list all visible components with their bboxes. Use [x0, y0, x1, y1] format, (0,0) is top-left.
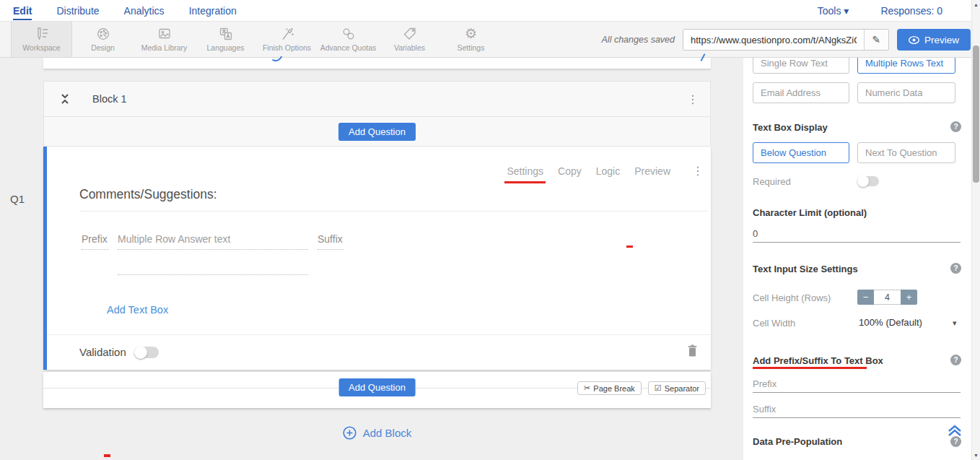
add-question-strip-bottom: Add Question ✂ Page Break ☑ Separator [43, 372, 711, 408]
survey-url-group: ✎ [683, 29, 889, 51]
cell-height-value[interactable] [874, 290, 901, 305]
cell-width-label: Cell Width [753, 318, 795, 329]
palette-icon [95, 27, 111, 41]
required-toggle[interactable] [857, 176, 879, 186]
top-nav: Edit Distribute Analytics Integration To… [0, 0, 980, 22]
plus-circle-icon [343, 426, 356, 440]
page-break-button[interactable]: ✂ Page Break [577, 381, 642, 395]
toolbar-item-workspace[interactable]: Workspace [11, 22, 72, 57]
prefix-suffix-title: Add Prefix/Suffix To Text Box [753, 355, 883, 366]
question-id-label: Q1 [10, 193, 25, 205]
survey-url-input[interactable] [683, 30, 864, 50]
add-text-box-link[interactable]: Add Text Box [107, 304, 168, 316]
cell-height-stepper: − + [857, 290, 917, 305]
prefix-input[interactable] [753, 376, 961, 393]
settings-sidebar: Single Row Text Multiple Rows Text Email… [743, 58, 971, 460]
help-icon[interactable]: ? [950, 436, 961, 447]
prefix-field[interactable]: Prefix [82, 233, 109, 250]
caret-down-icon[interactable]: ▾ [953, 318, 957, 328]
nav-tab-distribute[interactable]: Distribute [56, 5, 99, 17]
type-multiple-rows-text[interactable]: Multiple Rows Text [857, 58, 955, 74]
checkbox-icon: ☑ [655, 383, 662, 393]
questionpro-editor: Edit Distribute Analytics Integration To… [0, 0, 980, 460]
preview-button[interactable]: Preview [897, 29, 971, 51]
block-header: Block 1 ⋮ [43, 81, 711, 117]
suffix-field[interactable]: Suffix [318, 233, 344, 250]
scrollbar-up-arrow[interactable]: ▲ [972, 2, 980, 7]
divider [79, 211, 707, 212]
add-question-button-bottom[interactable]: Add Question [338, 378, 416, 396]
scrollbar-down-arrow[interactable]: ▼ [972, 453, 980, 458]
annotation-red-dash [104, 454, 110, 457]
type-email-address[interactable]: Email Address [753, 82, 849, 103]
suffix-input[interactable] [753, 401, 961, 418]
tools-menu[interactable]: Tools ▾ [818, 5, 849, 17]
validation-toggle[interactable] [134, 347, 159, 358]
add-block-button[interactable]: Add Block [43, 426, 711, 440]
character-limit-title: Character Limit (optional) [753, 207, 867, 218]
display-below-question[interactable]: Below Question [753, 142, 849, 163]
annotation-red-dash [626, 246, 633, 248]
tab-settings[interactable]: Settings [507, 165, 543, 177]
eye-icon [909, 36, 919, 44]
cell-width-select[interactable]: 100% (Default) [859, 317, 922, 328]
nav-tab-integration[interactable]: Integration [189, 5, 237, 17]
help-icon[interactable]: ? [950, 263, 961, 274]
stepper-plus-button[interactable]: + [901, 290, 917, 305]
add-question-strip-top: Add Question [43, 117, 711, 147]
chain-links-icon [341, 27, 356, 41]
gear-icon: ⚙ [465, 27, 477, 41]
toolbar-item-variables[interactable]: Variables [379, 22, 440, 57]
validation-label: Validation [79, 346, 126, 358]
edit-url-button[interactable]: ✎ [864, 30, 888, 50]
previous-panel-edge [43, 58, 711, 69]
question-tabs: Settings Copy Logic Preview ⋮ [507, 164, 704, 178]
separator-button[interactable]: ☑ Separator [648, 381, 706, 395]
display-next-to-question[interactable]: Next To Question [857, 142, 955, 163]
help-icon[interactable]: ? [950, 355, 961, 365]
size-settings-title: Text Input Size Settings [753, 264, 858, 274]
help-icon[interactable]: ? [950, 121, 961, 132]
tab-logic[interactable]: Logic [596, 165, 620, 177]
magic-wand-icon [279, 27, 295, 41]
annotation-red-underline [753, 367, 867, 369]
answer-text-field[interactable]: Multiple Row Answer text [118, 233, 308, 250]
character-limit-input[interactable] [753, 225, 961, 243]
save-status: All changes saved [602, 35, 675, 45]
tab-preview[interactable]: Preview [634, 165, 670, 177]
type-numeric-data[interactable]: Numeric Data [857, 82, 955, 103]
scrollbar-thumb[interactable] [973, 45, 979, 183]
data-prepopulation-title: Data Pre-Population [753, 436, 842, 447]
divider [47, 334, 711, 335]
toolbar-item-settings[interactable]: ⚙ Settings [440, 22, 502, 57]
toolbar-item-media-library[interactable]: Media Library [134, 22, 195, 57]
text-box-display-title: Text Box Display [753, 122, 828, 133]
toolbar-item-advance-quotas[interactable]: Advance Quotas [318, 22, 379, 57]
question-card: Settings Copy Logic Preview ⋮ Comments/S… [43, 147, 711, 370]
nav-tab-analytics[interactable]: Analytics [124, 5, 165, 17]
scissors-icon: ✂ [584, 383, 590, 393]
add-question-button-top[interactable]: Add Question [338, 123, 416, 141]
tab-copy[interactable]: Copy [558, 165, 582, 177]
question-title[interactable]: Comments/Suggestions: [79, 187, 217, 202]
type-single-row-text[interactable]: Single Row Text [753, 58, 849, 74]
image-icon [157, 27, 172, 41]
toolbar-item-design[interactable]: Design [72, 22, 134, 57]
block-title[interactable]: Block 1 [92, 93, 127, 105]
delete-question-icon[interactable] [687, 344, 698, 360]
required-label: Required [753, 176, 791, 187]
editor-toolbar: Workspace Design Media Library Languages… [0, 22, 980, 58]
answer-row-2[interactable] [118, 271, 308, 275]
question-menu-icon[interactable]: ⋮ [692, 164, 704, 178]
pencil-icon: ✎ [872, 34, 881, 45]
toolbar-item-finish-options[interactable]: Finish Options [256, 22, 318, 57]
block-menu-icon[interactable]: ⋮ [687, 92, 699, 106]
page-scrollbar: ▲ ▼ [971, 0, 980, 460]
collapse-block-icon[interactable] [60, 92, 70, 105]
workspace-icon [34, 27, 50, 41]
cell-height-label: Cell Height (Rows) [753, 292, 831, 303]
nav-tab-edit[interactable]: Edit [13, 5, 32, 20]
toolbar-item-languages[interactable]: Languages [195, 22, 256, 57]
responses-count-link[interactable]: Responses: 0 [880, 5, 942, 17]
stepper-minus-button[interactable]: − [857, 290, 874, 305]
